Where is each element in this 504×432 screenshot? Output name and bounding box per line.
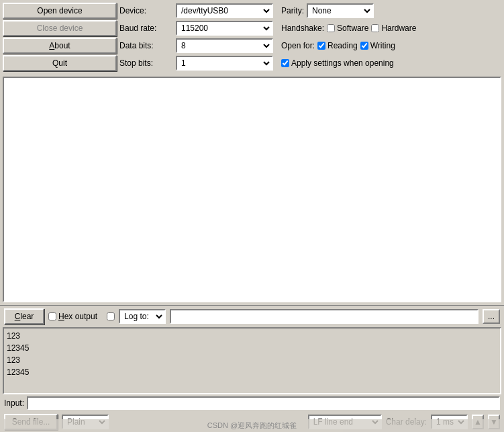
input-row: Input: [0,394,504,412]
hex-output-checkbox[interactable] [48,312,56,320]
open-device-label: Open device [37,6,82,15]
log-to-group [107,312,115,320]
stop-bits-label: Stop bits: [119,58,173,68]
baud-label: Baud rate: [119,24,173,33]
input-field[interactable] [27,396,500,410]
main-window: Open device Close device About Quit Devi… [0,0,504,432]
databits-openfor-row: Data bits: 8 Open for: Reading Writing [119,38,501,54]
terminal-area[interactable] [3,77,501,302]
watermark: CSDN @迎风奔跑的红城雀 [0,419,504,432]
software-label: Software [337,24,368,33]
settings-panel: Device: /dev/ttyUSB0 Parity: None Baud r… [119,3,501,71]
quit-button[interactable]: Quit [3,55,117,71]
open-for-label: Open for: [281,41,315,50]
writing-label: Writing [370,41,395,50]
reading-checkbox[interactable] [317,42,325,50]
baud-handshake-row: Baud rate: 115200 Handshake: Software Ha… [119,20,501,36]
data-bits-select[interactable]: 8 [176,38,273,53]
parity-select[interactable]: None [307,3,374,18]
log-to-checkbox[interactable] [107,312,115,320]
parity-label: Parity: [281,6,304,15]
hardware-checkbox[interactable] [371,24,379,32]
input-label: Input: [4,398,24,408]
hardware-checkbox-group: Hardware [371,24,416,33]
writing-checkbox[interactable] [360,42,368,50]
writing-checkbox-group: Writing [360,41,395,50]
reading-checkbox-group: Reading [317,41,358,50]
bottom-toolbar: Clear Hex output Log to: ... [0,305,504,327]
close-device-button[interactable]: Close device [3,20,117,36]
quit-label: Quit [52,58,67,68]
device-select[interactable]: /dev/ttyUSB0 [176,3,273,18]
clear-button[interactable]: Clear [4,308,44,325]
received-data-area: 123 12345 123 12345 [3,327,501,394]
about-label: About [49,41,70,50]
log-to-select[interactable]: Log to: [119,309,166,324]
device-parity-row: Device: /dev/ttyUSB0 Parity: None [119,3,501,19]
close-device-label: Close device [37,24,83,33]
apply-settings-checkbox[interactable] [281,59,289,67]
handshake-label: Handshake: [281,24,324,33]
browse-button[interactable]: ... [483,309,500,324]
data-line-2: 12345 [7,342,497,354]
clear-label: Clear [15,312,34,321]
browse-label: ... [488,312,495,321]
reading-label: Reading [327,41,358,50]
stop-bits-select[interactable]: 1 [176,56,273,71]
log-path-input[interactable] [170,309,478,324]
data-line-3: 123 [7,354,497,366]
about-button[interactable]: About [3,38,117,54]
software-checkbox-group: Software [327,24,368,33]
hardware-label: Hardware [381,24,416,33]
software-checkbox[interactable] [327,24,335,32]
open-device-button[interactable]: Open device [3,3,117,19]
top-section: Open device Close device About Quit Devi… [0,0,504,74]
stopbits-apply-row: Stop bits: 1 Apply settings when opening [119,55,501,71]
data-bits-label: Data bits: [119,41,173,50]
hex-output-label: Hex output [58,312,97,321]
apply-settings-label: Apply settings when opening [291,58,394,68]
apply-settings-group: Apply settings when opening [281,58,394,68]
hex-output-group: Hex output [48,312,97,321]
left-buttons-panel: Open device Close device About Quit [3,3,117,71]
data-line-4: 12345 [7,366,497,378]
baud-select[interactable]: 115200 [176,21,273,36]
data-line-1: 123 [7,330,497,342]
device-label: Device: [119,6,173,15]
